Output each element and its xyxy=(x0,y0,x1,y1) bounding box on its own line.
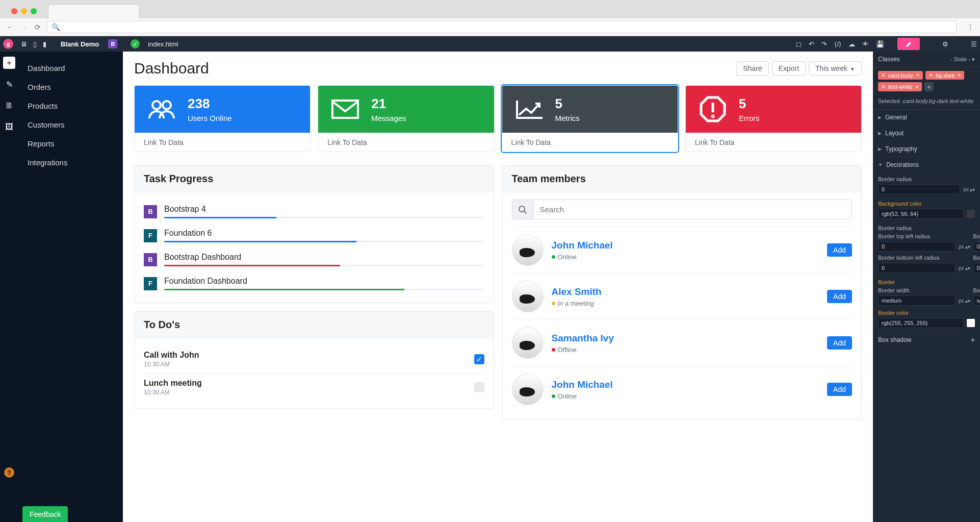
maximize-window-icon[interactable] xyxy=(31,8,37,14)
box-shadow-row[interactable]: Box shadow + xyxy=(873,331,980,348)
sidebar-item-reports[interactable]: Reports xyxy=(18,134,123,153)
member-name[interactable]: Samantha Ivy xyxy=(552,333,614,344)
todo-row[interactable]: Lunch meeting10:30 AM xyxy=(144,373,484,401)
color-swatch-icon[interactable] xyxy=(967,319,975,327)
brush-tool-icon[interactable] xyxy=(897,38,920,50)
stat-card-users[interactable]: 238Users Online Link To Data xyxy=(134,85,311,152)
class-chip[interactable]: ✕bg-dark✕ xyxy=(925,71,964,80)
help-icon[interactable]: ? xyxy=(4,467,14,478)
minimize-window-icon[interactable] xyxy=(21,8,27,14)
stat-link[interactable]: Link To Data xyxy=(686,133,861,152)
image-icon[interactable]: 🖼 xyxy=(3,121,15,133)
desktop-icon[interactable]: 🖥 xyxy=(20,40,27,48)
cloud-icon[interactable]: ☁ xyxy=(848,40,855,48)
radius-tl-input[interactable] xyxy=(878,241,956,252)
state-dropdown[interactable]: - State - ▾ xyxy=(950,56,975,63)
export-button[interactable]: Export xyxy=(772,61,806,76)
range-dropdown[interactable]: This week▼ xyxy=(809,61,862,76)
add-button[interactable]: Add xyxy=(827,383,852,396)
sidebar-item-products[interactable]: Products xyxy=(18,96,123,115)
preview-icon[interactable]: 👁 xyxy=(862,40,869,48)
gear-icon[interactable]: ⚙ xyxy=(942,40,948,48)
add-button[interactable]: Add xyxy=(827,243,852,257)
reload-icon[interactable]: ⟳ xyxy=(35,23,41,31)
share-button[interactable]: Share xyxy=(736,61,768,76)
browser-menu-icon[interactable]: ⋮ xyxy=(967,23,974,31)
radius-bl-input[interactable] xyxy=(878,263,956,273)
member-row[interactable]: John MichaelOnline Add xyxy=(512,227,853,273)
class-chip[interactable]: ✕text-white✕ xyxy=(878,82,922,91)
forward-icon[interactable]: → xyxy=(20,23,28,31)
save-icon[interactable]: 💾 xyxy=(876,40,884,48)
feedback-button[interactable]: Feedback xyxy=(22,506,68,522)
unit-selector[interactable]: px ▴▾ xyxy=(959,295,970,306)
app-logo-icon[interactable]: g xyxy=(3,39,13,49)
undo-icon[interactable]: ↶ xyxy=(809,40,814,48)
browser-tab[interactable] xyxy=(48,4,140,18)
section-decorations[interactable]: ▼Decorations xyxy=(873,157,980,173)
close-window-icon[interactable] xyxy=(11,8,17,14)
task-row[interactable]: B Bootstrap 4 xyxy=(144,200,484,223)
sidebar-item-dashboard[interactable]: Dashboard xyxy=(18,59,123,78)
stat-link[interactable]: Link To Data xyxy=(502,133,678,152)
border-color-input[interactable] xyxy=(878,318,964,328)
remove-chip-icon[interactable]: ✕ xyxy=(916,72,920,78)
member-status: Online xyxy=(558,392,577,400)
tablet-icon[interactable]: ▯ xyxy=(33,40,37,48)
border-width-input[interactable] xyxy=(878,295,956,306)
section-layout[interactable]: ▶Layout xyxy=(873,126,980,141)
stat-link[interactable]: Link To Data xyxy=(135,133,310,152)
border-style-select[interactable] xyxy=(973,295,980,306)
search-input[interactable] xyxy=(534,200,852,219)
radius-br-input[interactable] xyxy=(973,263,980,273)
edit-icon[interactable]: ✎ xyxy=(3,78,15,90)
svg-point-1 xyxy=(163,101,171,109)
radius-tr-input[interactable] xyxy=(973,241,980,252)
remove-chip-icon[interactable]: ✕ xyxy=(915,84,919,90)
member-row[interactable]: Samantha IvyOffline Add xyxy=(512,319,853,366)
redo-icon[interactable]: ↷ xyxy=(821,40,827,48)
chevron-down-icon: ▼ xyxy=(878,162,883,167)
remove-chip-icon[interactable]: ✕ xyxy=(957,72,961,78)
address-bar[interactable]: 🔍 xyxy=(47,21,957,33)
sidebar-item-orders[interactable]: Orders xyxy=(18,78,123,96)
add-shadow-icon[interactable]: + xyxy=(971,336,975,344)
unit-selector[interactable]: px ▴▾ xyxy=(963,184,975,194)
stat-card-messages[interactable]: 21Messages Link To Data xyxy=(318,85,494,152)
member-name[interactable]: John Michael xyxy=(552,379,613,390)
task-row[interactable]: F Foundation Dashboard xyxy=(144,271,484,295)
member-row[interactable]: Alex SmithIn a meeting Add xyxy=(512,273,853,319)
class-chip[interactable]: ✕card-body✕ xyxy=(878,71,923,80)
stat-card-errors[interactable]: 5Errors Link To Data xyxy=(685,85,862,152)
task-row[interactable]: B Bootstrap Dashboard xyxy=(144,247,484,271)
color-swatch-icon[interactable] xyxy=(967,210,975,218)
section-typography[interactable]: ▶Typography xyxy=(873,141,980,157)
add-button[interactable]: Add xyxy=(827,290,852,303)
add-icon[interactable]: ＋ xyxy=(3,57,15,69)
viewport-icon[interactable]: ◻ xyxy=(796,40,802,48)
phone-icon[interactable]: ▮ xyxy=(43,40,46,48)
add-button[interactable]: Add xyxy=(827,336,852,350)
unit-selector[interactable]: px ▴▾ xyxy=(959,263,970,273)
todo-row[interactable]: Call with John10:30 AM ✓ xyxy=(144,345,484,373)
document-icon[interactable]: 🗎 xyxy=(3,100,15,112)
task-row[interactable]: F Foundation 6 xyxy=(144,223,484,247)
border-radius-input[interactable] xyxy=(878,184,960,194)
section-general[interactable]: ▶General xyxy=(873,110,980,126)
bg-color-input[interactable] xyxy=(878,209,964,219)
member-name[interactable]: John Michael xyxy=(552,240,613,251)
member-row[interactable]: John MichaelOnline Add xyxy=(512,366,853,412)
stat-card-metrics[interactable]: ▲ ✥ ⧉ 🗑 ⟨/⟩ 5Metrics Link To Data xyxy=(502,85,678,152)
add-class-button[interactable]: + xyxy=(924,82,934,91)
checkbox-unchecked-icon[interactable] xyxy=(474,382,484,392)
sidebar-item-integrations[interactable]: Integrations xyxy=(18,153,123,172)
back-icon[interactable]: ← xyxy=(6,23,13,31)
hamburger-icon[interactable]: ☰ xyxy=(971,40,977,48)
stat-link[interactable]: Link To Data xyxy=(318,133,494,152)
sidebar-item-customers[interactable]: Customers xyxy=(18,115,123,134)
file-name[interactable]: index.html xyxy=(148,40,178,48)
unit-selector[interactable]: px ▴▾ xyxy=(959,241,970,252)
member-name[interactable]: Alex Smith xyxy=(552,286,602,297)
checkbox-checked-icon[interactable]: ✓ xyxy=(474,354,484,364)
code-icon[interactable]: ⟨/⟩ xyxy=(834,40,841,48)
